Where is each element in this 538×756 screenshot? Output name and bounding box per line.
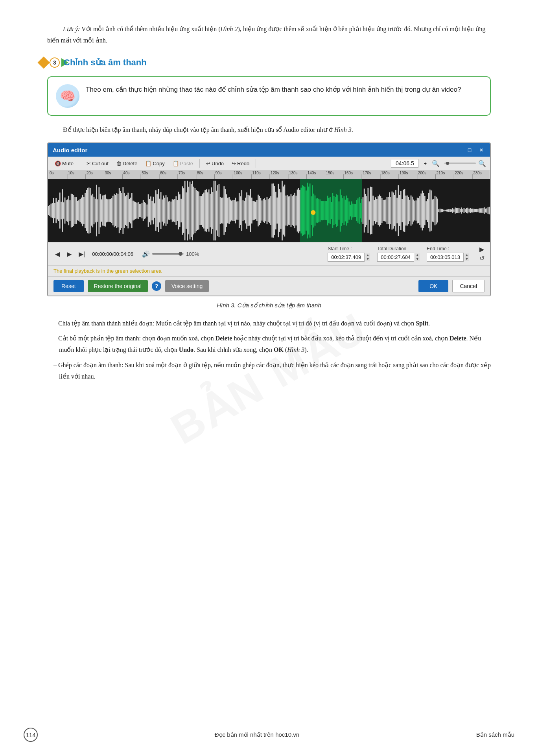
ae-statusbar: The final playback is in the green selec… (48, 265, 490, 276)
svg-rect-142 (162, 200, 163, 222)
end-spin-up[interactable]: ▲ (464, 253, 469, 257)
svg-rect-99 (107, 200, 109, 222)
svg-rect-390 (475, 209, 476, 212)
svg-rect-368 (447, 210, 448, 212)
svg-rect-70 (71, 194, 72, 227)
svg-rect-159 (183, 189, 184, 233)
svg-rect-170 (197, 191, 198, 230)
svg-rect-346 (419, 196, 420, 225)
svg-text:130s: 130s (289, 171, 298, 175)
section-icon: 3 (47, 56, 61, 69)
duration-spin-up[interactable]: ▲ (415, 253, 420, 257)
svg-rect-308 (371, 187, 372, 234)
svg-rect-212 (250, 189, 251, 232)
end-time-value[interactable]: 00:03:05.013 (427, 253, 464, 262)
para-delete: – Cắt bỏ một phần tệp âm thanh: chọn đoạ… (59, 333, 491, 356)
svg-text:10s: 10s (68, 171, 74, 175)
svg-rect-104 (114, 194, 115, 227)
svg-rect-158 (182, 187, 183, 235)
svg-rect-362 (440, 209, 441, 213)
svg-rect-113 (125, 196, 126, 225)
svg-rect-200 (235, 198, 236, 224)
play-button[interactable]: ▶ (65, 250, 73, 259)
minimize-btn[interactable]: □ (466, 146, 474, 154)
svg-rect-122 (136, 203, 138, 219)
svg-rect-166 (192, 181, 193, 240)
svg-rect-384 (467, 208, 468, 214)
volume-percent: 100% (186, 251, 199, 257)
para2-undo-bold: Undo (179, 346, 193, 353)
copy-button[interactable]: 📋 Copy (142, 159, 167, 168)
svg-rect-196 (230, 200, 231, 222)
svg-text:50s: 50s (142, 171, 148, 175)
svg-rect-344 (417, 198, 418, 224)
paste-button[interactable]: 📋 Paste (170, 159, 196, 168)
mute-button[interactable]: 🔇 Mute (52, 159, 76, 168)
svg-rect-102 (111, 198, 112, 223)
undo-button[interactable]: ↩ Undo (203, 159, 227, 168)
svg-rect-333 (403, 190, 404, 231)
scissors-icon: ✂ (87, 161, 91, 166)
duration-spin-down[interactable]: ▼ (415, 257, 420, 261)
close-btn[interactable]: × (477, 146, 485, 154)
svg-rect-58 (55, 198, 57, 223)
svg-rect-371 (451, 210, 452, 212)
svg-rect-91 (97, 200, 98, 222)
small-play-btn[interactable]: ▶ (479, 246, 485, 253)
svg-rect-230 (273, 184, 274, 238)
delete-button[interactable]: 🗑 Delete (114, 159, 140, 168)
svg-rect-136 (154, 203, 155, 218)
ae-waveform-container[interactable] (48, 179, 490, 242)
svg-rect-55 (52, 203, 53, 218)
restore-button[interactable]: Restore the original (88, 280, 148, 292)
end-button[interactable]: ▶| (77, 250, 87, 259)
cut-out-button[interactable]: ✂ Cut out (84, 159, 111, 168)
volume-thumb[interactable] (179, 252, 182, 256)
svg-rect-211 (249, 196, 250, 226)
reset-button[interactable]: Reset (53, 280, 84, 292)
end-spin-down[interactable]: ▼ (464, 257, 469, 261)
svg-rect-204 (240, 196, 241, 225)
svg-rect-222 (263, 199, 264, 222)
svg-rect-373 (453, 209, 455, 212)
start-spin-down[interactable]: ▼ (365, 257, 370, 261)
svg-rect-389 (474, 209, 475, 212)
svg-rect-199 (234, 200, 235, 221)
ok-button[interactable]: OK (418, 280, 448, 292)
duration-value[interactable]: 00:00:27.604 (377, 253, 414, 262)
start-spin-up[interactable]: ▲ (365, 253, 370, 257)
ae-transport-bar: ◀ ▶ ▶| 00:00:00/00:04:06 🔊 100% Start Ti… (48, 242, 490, 265)
zoom-slider-thumb[interactable] (446, 162, 449, 165)
svg-rect-176 (205, 190, 206, 232)
svg-rect-323 (390, 197, 391, 224)
svg-rect-146 (167, 198, 168, 224)
svg-rect-79 (82, 195, 83, 226)
svg-rect-115 (127, 193, 129, 229)
svg-rect-190 (222, 198, 223, 224)
redo-button[interactable]: ↪ Redo (229, 159, 252, 168)
svg-rect-76 (78, 201, 79, 221)
reset-loop-btn[interactable]: ↺ (479, 255, 485, 262)
svg-rect-198 (232, 200, 234, 221)
svg-rect-305 (367, 188, 368, 233)
zoom-out-button[interactable]: – (380, 159, 389, 168)
help-button[interactable]: ? (152, 281, 161, 291)
svg-rect-213 (251, 198, 252, 224)
diamond-icon (37, 56, 50, 68)
svg-rect-328 (396, 198, 398, 224)
svg-rect-361 (438, 209, 439, 212)
svg-rect-105 (115, 195, 116, 226)
svg-rect-347 (420, 194, 422, 228)
rewind-button[interactable]: ◀ (53, 250, 61, 259)
zoom-search-icon[interactable]: 🔍 (432, 160, 440, 167)
svg-rect-119 (133, 201, 134, 221)
svg-rect-145 (166, 195, 167, 226)
svg-rect-233 (276, 198, 278, 224)
svg-rect-322 (389, 192, 390, 229)
start-time-value[interactable]: 00:02:37.409 (328, 253, 365, 262)
svg-rect-163 (188, 187, 189, 235)
zoom-in-button[interactable]: + (421, 159, 429, 168)
voice-setting-button[interactable]: Voice setting (165, 280, 209, 292)
cancel-button[interactable]: Cancel (452, 280, 485, 292)
volume-track[interactable] (152, 253, 184, 255)
